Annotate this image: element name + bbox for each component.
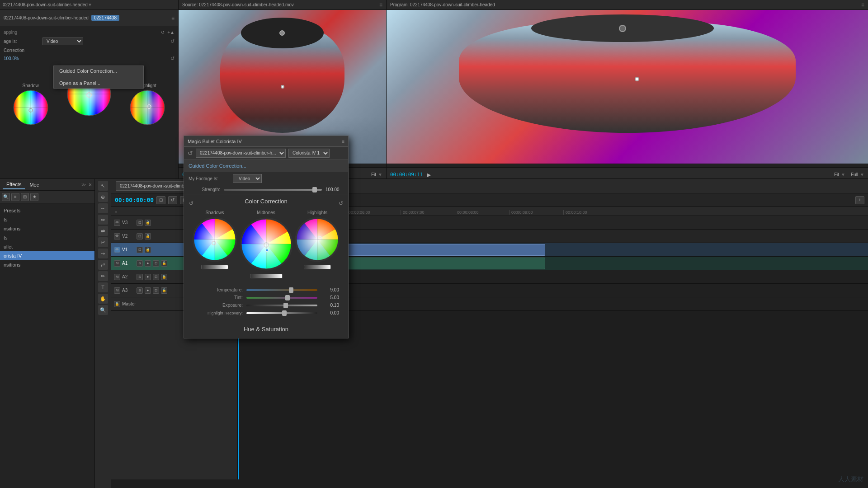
v3-lock-btn[interactable]: 🔒	[145, 220, 151, 226]
program-monitor-menu-btn[interactable]: ≡	[861, 2, 864, 8]
tl-add-track[interactable]: +	[855, 196, 864, 204]
strength-value: 100.00	[326, 187, 344, 192]
effects-search-icon[interactable]: 🔍	[2, 193, 10, 201]
exposure-value: 0.10	[321, 303, 339, 308]
colorista-back-btn[interactable]: ↺	[188, 150, 193, 157]
category-colorista[interactable]: orista IV	[0, 251, 94, 260]
a3-lock-btn[interactable]: 🔒	[161, 287, 167, 294]
a1-solo-btn[interactable]: S	[137, 260, 143, 267]
video-dropdown[interactable]: Video	[42, 38, 83, 45]
ctx-guided-color[interactable]: Guided Color Correction...	[54, 66, 143, 76]
a3-mute-btn[interactable]: M	[114, 287, 120, 294]
effects-list-icon[interactable]: ≡	[11, 193, 19, 201]
midtones-ring-slider[interactable]	[250, 274, 283, 278]
a3-solo-btn[interactable]: S	[137, 287, 143, 294]
v2-lock-btn[interactable]: 🔒	[145, 233, 151, 239]
vtool-cursor[interactable]: ↖	[98, 181, 108, 191]
vtool-ripple[interactable]: ↔	[98, 203, 108, 213]
a2-mute-btn[interactable]: M	[114, 274, 120, 280]
a1-mute-btn[interactable]: M	[114, 260, 120, 267]
a2-record-btn[interactable]: ●	[145, 274, 151, 280]
tl-snap-btn[interactable]: ⊡	[156, 196, 165, 204]
cc-reset-right[interactable]: ↺	[337, 200, 344, 207]
cc-title: Color Correction	[245, 198, 288, 205]
highlights-color-wheel[interactable]	[295, 217, 340, 262]
hlrecovery-slider[interactable]	[246, 312, 317, 314]
program-fit-label[interactable]: Fit	[834, 172, 839, 177]
colorista-preset-select[interactable]: Colorista IV 1	[288, 149, 330, 158]
reset-pct[interactable]: ↺	[170, 56, 175, 61]
highlights-ring-slider[interactable]	[304, 265, 331, 269]
vtool-roll[interactable]: ⇔	[98, 215, 108, 225]
v3-sync-btn[interactable]: ⊡	[137, 220, 143, 226]
a3-sync-btn[interactable]: ⊡	[153, 287, 159, 294]
source-fit-dropdown[interactable]: ▼	[378, 172, 382, 177]
a3-record-btn[interactable]: ●	[145, 287, 151, 294]
category-presets[interactable]: Presets	[0, 206, 94, 215]
clip-menu-icon[interactable]: ≡	[171, 15, 175, 21]
a1-record-btn[interactable]: ●	[145, 260, 151, 267]
vtool-hand[interactable]: ✋	[98, 294, 108, 304]
program-full-dropdown[interactable]: ▼	[860, 172, 864, 177]
tint-row: Tint: 5.00	[193, 295, 339, 300]
tl-ripple-btn[interactable]: ↺	[168, 196, 177, 204]
strength-slider[interactable]	[224, 189, 322, 191]
category-nsitions2[interactable]: nsitions	[0, 260, 94, 269]
shadow-color-wheel[interactable]	[13, 89, 49, 126]
effects-grid-icon[interactable]: ⊞	[21, 193, 29, 201]
v2-eye-btn[interactable]: 👁	[114, 233, 120, 239]
v1-sync-btn[interactable]: ⊡	[137, 247, 143, 253]
hlrecovery-label: Highlight Recovery:	[193, 311, 243, 315]
a2-sync-btn[interactable]: ⊡	[153, 274, 159, 280]
play-btn[interactable]: ▶	[425, 171, 433, 179]
v1-lock-btn[interactable]: 🔒	[145, 247, 151, 253]
ctx-open-panel[interactable]: Open as a Panel...	[54, 78, 143, 88]
guided-color-label[interactable]: Guided Color Correction...	[189, 163, 246, 169]
highlight-color-wheel[interactable]	[129, 89, 165, 126]
shadows-ring-slider[interactable]	[201, 265, 228, 269]
effects-tabs-more[interactable]: ≫	[81, 182, 86, 187]
a1-lock-btn[interactable]: 🔒	[161, 260, 167, 267]
vtool-select[interactable]: ⊕	[98, 192, 108, 202]
colorista-menu-btn[interactable]: ≡	[342, 139, 344, 144]
v3-eye-btn[interactable]: 👁	[114, 220, 120, 226]
vtool-type[interactable]: T	[98, 282, 108, 292]
exposure-slider[interactable]	[246, 305, 317, 306]
tab-mec[interactable]: Mec	[26, 181, 42, 189]
program-full-label[interactable]: Full	[851, 172, 858, 177]
footage-select[interactable]: Video	[233, 174, 262, 183]
vtool-slide[interactable]: ⇄	[98, 260, 108, 270]
a2-lock-btn[interactable]: 🔒	[161, 274, 167, 280]
vtool-razor[interactable]: ✂	[98, 237, 108, 247]
program-timecode: 00:00:09:11	[390, 172, 423, 178]
vtool-zoom[interactable]: 🔍	[98, 305, 108, 315]
figure-head	[241, 18, 324, 48]
category-ullet[interactable]: ullet	[0, 242, 94, 251]
cc-reset-left[interactable]: ↺	[188, 200, 195, 207]
a2-solo-btn[interactable]: S	[137, 274, 143, 280]
colorista-clip-select[interactable]: 022174408-pov-down-suit-climber-h...	[196, 149, 286, 158]
temperature-slider[interactable]	[246, 289, 317, 291]
effects-star-icon[interactable]: ★	[30, 193, 38, 201]
category-nsitions1[interactable]: nsitions	[0, 224, 94, 233]
tint-slider[interactable]	[246, 297, 317, 299]
more-mapping[interactable]: +▲	[167, 30, 175, 35]
source-fit-label[interactable]: Fit	[371, 172, 376, 177]
v2-sync-btn[interactable]: ⊡	[137, 233, 143, 239]
master-lock-btn[interactable]: 🔒	[114, 301, 120, 307]
vtool-rate[interactable]: ⇌	[98, 226, 108, 236]
vtool-pen[interactable]: ✏	[98, 271, 108, 281]
a1-sync-btn[interactable]: ⊡	[153, 260, 159, 267]
vtool-slip[interactable]: ⇢	[98, 249, 108, 258]
effects-close-btn[interactable]: ×	[89, 182, 92, 188]
midtones-color-wheel[interactable]	[239, 217, 293, 271]
program-fit-dropdown[interactable]: ▼	[841, 172, 845, 177]
tab-effects[interactable]: Effects	[3, 180, 25, 189]
category-ts2[interactable]: ts	[0, 233, 94, 242]
v1-eye-btn[interactable]: 👁	[114, 247, 120, 253]
reset-video[interactable]: ↺	[170, 38, 175, 44]
category-ts1[interactable]: ts	[0, 215, 94, 224]
shadows-color-wheel[interactable]	[192, 217, 237, 262]
reset-mapping[interactable]: ↺	[161, 30, 165, 35]
source-monitor-menu-btn[interactable]: ≡	[379, 2, 382, 8]
